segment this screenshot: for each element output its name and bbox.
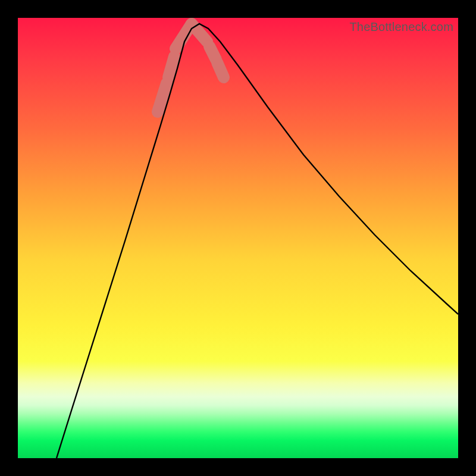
highlight-band-group [158, 24, 224, 112]
plot-area: TheBottleneck.com [18, 18, 458, 458]
curve-layer [18, 18, 458, 458]
highlight-seg-5 [217, 62, 224, 77]
highlight-seg-1 [168, 57, 174, 77]
bottleneck-curve-path [57, 24, 458, 458]
outer-frame: TheBottleneck.com [0, 0, 476, 476]
